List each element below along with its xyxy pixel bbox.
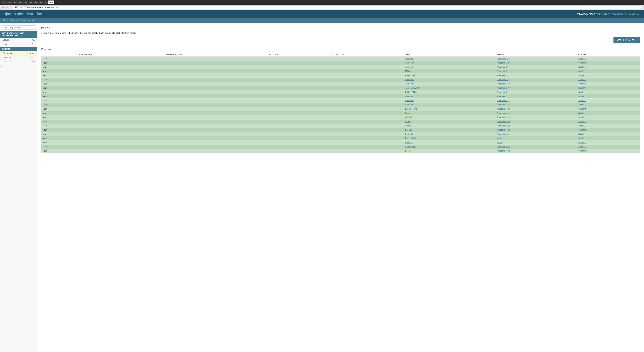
- cell-link-7[interactable]: Scotland: [578, 133, 586, 135]
- browser-tab-dis[interactable]: Dis: [38, 0, 43, 4]
- sidebar-add-users[interactable]: + Add: [30, 43, 35, 45]
- cell-link-6[interactable]: Aberdeenshire: [497, 108, 510, 110]
- cell-link-7[interactable]: Scotland: [578, 66, 586, 68]
- cell-link-5[interactable]: Aberdeen: [405, 66, 414, 68]
- cell-link-6[interactable]: Aberdeen City: [497, 62, 510, 64]
- address-input[interactable]: [13, 5, 642, 9]
- cell-link-5[interactable]: Alford: [405, 120, 410, 123]
- log-out-link[interactable]: LOG OUT: [632, 13, 641, 15]
- cell-link-6[interactable]: Aberdeen City: [497, 95, 510, 97]
- cell-link-6[interactable]: Aberdeen City: [497, 74, 510, 77]
- cell-link-7[interactable]: Scotland: [578, 137, 586, 139]
- sidebar-link-products[interactable]: Products: [3, 60, 10, 63]
- cell-link-7[interactable]: Scotland: [578, 141, 586, 144]
- cell-link-6[interactable]: Aberdeen City: [497, 57, 510, 60]
- cell-link-7[interactable]: Scotland: [578, 150, 586, 152]
- browser-tab-git1[interactable]: Git: [12, 0, 17, 4]
- sidebar-collapse-button[interactable]: «: [0, 64, 37, 69]
- browser-tab-qas[interactable]: Qas: [17, 0, 23, 4]
- forward-button[interactable]: →: [6, 6, 8, 9]
- cell-link-6[interactable]: Aberdeen City: [497, 104, 510, 106]
- browser-tab-git2[interactable]: Git: [33, 0, 38, 4]
- browser-tab-w[interactable]: W: [29, 0, 33, 4]
- cell-link-5[interactable]: Ellon: [405, 150, 410, 152]
- cell-link-5[interactable]: Aberdeen Airport: [405, 87, 420, 89]
- cell-link-7[interactable]: Scotland: [578, 125, 586, 127]
- cell-link-6[interactable]: Aberdeen City: [497, 91, 510, 93]
- cell-link-5[interactable]: Milltimber: [405, 70, 414, 72]
- sidebar-add-products[interactable]: + Add: [30, 61, 35, 63]
- cell-link-5[interactable]: Aberdeen: [405, 104, 414, 106]
- sidebar-link-users[interactable]: Users: [3, 43, 8, 45]
- cell-link-7[interactable]: Scotland: [578, 83, 586, 85]
- cell-link-6[interactable]: Aberdeenshire: [497, 116, 510, 118]
- cell-link-7[interactable]: Scotland: [578, 108, 586, 110]
- cell-link-5[interactable]: Westhill: [405, 116, 412, 118]
- confirm-import-button[interactable]: CONFIRM IMPORT: [614, 37, 640, 43]
- browser-tab-you[interactable]: You: [23, 0, 29, 4]
- cell-link-7[interactable]: Scotland: [578, 104, 586, 106]
- cell-link-6[interactable]: Moray: [497, 137, 502, 139]
- cell-link-7[interactable]: Scotland: [578, 116, 586, 118]
- cell-link-5[interactable]: Aberlour: [405, 141, 413, 144]
- cell-link-6[interactable]: Aberdeenshire: [497, 150, 510, 152]
- sidebar-link-groups[interactable]: Groups: [3, 39, 9, 41]
- cell-link-7[interactable]: Scotland: [578, 99, 586, 102]
- cell-link-7[interactable]: Scotland: [578, 57, 586, 60]
- cell-link-5[interactable]: Aberdeen: [405, 62, 414, 64]
- cell-link-5[interactable]: Banchory: [405, 112, 414, 114]
- cell-link-5[interactable]: Aberdeen: [405, 78, 414, 81]
- cell-link-5[interactable]: Peterculter: [405, 74, 415, 77]
- browser-tab-img[interactable]: Img: [1, 0, 6, 4]
- cell-link-7[interactable]: Scotland: [578, 74, 586, 77]
- cell-link-5[interactable]: Ballindalloch: [405, 137, 416, 139]
- cell-link-6[interactable]: Aberdeenshire: [497, 145, 510, 148]
- cell-link-5[interactable]: Bridge Of Don: [405, 91, 418, 93]
- breadcrumb-home[interactable]: Home: [3, 19, 9, 21]
- browser-tab-das[interactable]: Das: [6, 0, 12, 4]
- cell-link-6[interactable]: Aberdeen City: [497, 87, 510, 89]
- cell-link-7[interactable]: Scotland: [578, 129, 586, 131]
- sidebar-add-demands[interactable]: + Add: [30, 56, 35, 58]
- cell-link-5[interactable]: Laurencekirk: [405, 108, 417, 110]
- cell-link-6[interactable]: Aberdeenshire: [497, 125, 510, 127]
- cell-link-6[interactable]: Aberdeenshire: [497, 112, 510, 114]
- sidebar-add-customers[interactable]: + Add: [30, 52, 35, 54]
- cell-link-6[interactable]: Aberdeenshire: [497, 129, 510, 131]
- cell-link-6[interactable]: Aberdeen City: [497, 66, 510, 68]
- sidebar-link-customers[interactable]: Customers: [3, 52, 13, 54]
- cell-link-7[interactable]: Scotland: [578, 91, 586, 93]
- cell-link-6[interactable]: Aberdeen City: [497, 83, 510, 85]
- sidebar-add-groups[interactable]: + Add: [30, 39, 35, 41]
- back-button[interactable]: ←: [2, 6, 4, 9]
- cell-link-5[interactable]: Aberdeen: [405, 57, 414, 60]
- cell-link-6[interactable]: Moray: [497, 141, 502, 144]
- cell-link-7[interactable]: Scotland: [578, 62, 586, 64]
- browser-tab-py[interactable]: py: [44, 0, 48, 4]
- cell-link-5[interactable]: Aberdeen: [405, 99, 414, 102]
- breadcrumb-systemx[interactable]: Systemx: [10, 19, 18, 21]
- cell-link-7[interactable]: Scotland: [578, 78, 586, 81]
- cell-link-5[interactable]: Aberdeen: [405, 95, 414, 97]
- cell-link-7[interactable]: Scotland: [578, 120, 586, 123]
- cell-link-5[interactable]: Stonehaven: [405, 145, 416, 148]
- cell-link-5[interactable]: Aberdeen: [405, 83, 414, 85]
- cell-link-7[interactable]: Scotland: [578, 145, 586, 148]
- cell-link-6[interactable]: Aberdeen City: [497, 78, 510, 81]
- cell-link-7[interactable]: Scotland: [578, 112, 586, 114]
- change-password-link[interactable]: CHANGE PASSWORD: [609, 13, 630, 15]
- cell-link-7[interactable]: Scotland: [578, 87, 586, 89]
- cell-link-6[interactable]: Aberdeenshire: [497, 133, 510, 135]
- breadcrumb-customers[interactable]: Customers: [20, 19, 30, 21]
- cell-link-5[interactable]: Aboyne: [405, 125, 412, 127]
- cell-link-5[interactable]: Ballatar: [405, 129, 412, 131]
- cell-link-7[interactable]: Scotland: [578, 70, 586, 72]
- sidebar-filter-input[interactable]: [2, 25, 35, 29]
- reload-button[interactable]: ↻: [10, 6, 12, 9]
- cell-link-6[interactable]: Aberdeen City: [497, 70, 510, 72]
- cell-link-6[interactable]: Aberdeenshire: [497, 120, 510, 123]
- cell-link-5[interactable]: Strathdon: [405, 133, 414, 135]
- sidebar-link-demands[interactable]: Demands: [3, 56, 11, 59]
- cell-link-7[interactable]: Scotland: [578, 95, 586, 97]
- view-site-link[interactable]: VIEW SITE: [597, 13, 608, 15]
